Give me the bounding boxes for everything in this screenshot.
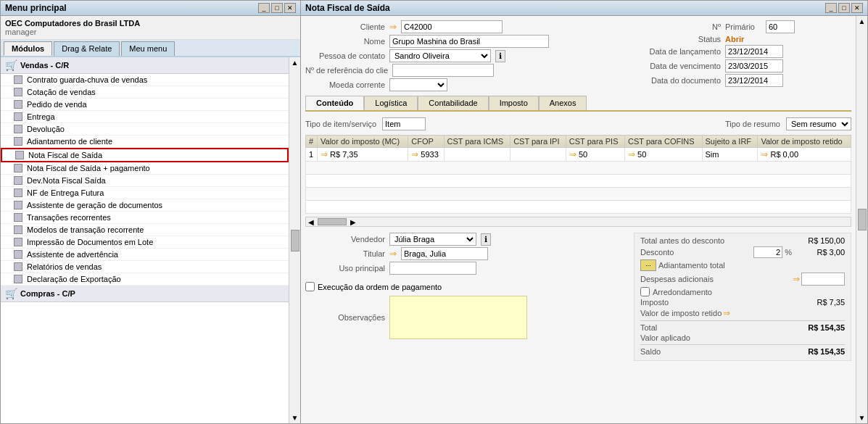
nome-label: Nome xyxy=(305,37,385,46)
menu-item-contrato[interactable]: Contrato guarda-chuva de vendas xyxy=(1,74,289,86)
menu-item-transacoes[interactable]: Transações recorrentes xyxy=(1,212,289,224)
menu-item-impressao[interactable]: Impressão de Documentos em Lote xyxy=(1,236,289,249)
vendedor-select[interactable]: Júlia Braga xyxy=(389,233,476,246)
company-name: OEC Computadores do Brasil LTDA xyxy=(5,19,296,28)
right-scroll-down[interactable]: ▼ xyxy=(859,414,866,422)
despesas-value[interactable] xyxy=(801,273,845,286)
table-hscrollbar[interactable]: ◀ ▶ xyxy=(305,217,851,227)
ref-value[interactable] xyxy=(392,64,494,77)
total-antes-label: Total antes do desconto xyxy=(640,236,724,245)
scrollbar-thumb[interactable] xyxy=(291,230,299,252)
status-row: Status Abrir xyxy=(641,35,851,43)
total-antes-value: R$ 150,00 xyxy=(794,236,845,245)
vendedor-info-button[interactable]: ℹ xyxy=(481,233,491,246)
saldo-row: Saldo R$ 154,35 xyxy=(640,347,845,356)
maximize-button[interactable]: □ xyxy=(271,3,283,13)
tab-imposto[interactable]: Imposto xyxy=(489,96,539,110)
minimize-button[interactable]: _ xyxy=(258,3,270,13)
table-row-empty xyxy=(306,162,851,175)
menu-item-notafiscalpag[interactable]: Nota Fiscal de Saída + pagamento xyxy=(1,162,289,175)
menu-item-relatorios[interactable]: Relatórios de vendas xyxy=(1,261,289,273)
menu-item-nfentrega[interactable]: NF de Entrega Futura xyxy=(1,187,289,199)
menu-item-assistadv[interactable]: Assistente de advertência xyxy=(1,249,289,261)
left-title: Menu principal xyxy=(5,3,67,13)
cliente-value[interactable]: C42000 xyxy=(401,20,503,33)
cell-cst-ipi xyxy=(511,148,566,162)
titular-value[interactable]: Braga, Julia xyxy=(401,247,488,260)
arredondamento-check-row: Arredondamento xyxy=(640,287,712,296)
execucao-row: Execução da ordem de pagamento xyxy=(305,282,627,291)
imposto-row: Imposto R$ 7,35 xyxy=(640,298,845,307)
menu-item-devolucao[interactable]: Devolução xyxy=(1,123,289,136)
vencimento-value[interactable]: 23/03/2015 xyxy=(725,59,783,72)
right-minimize-button[interactable]: _ xyxy=(825,3,837,13)
adiantamento-button[interactable]: ··· xyxy=(640,259,656,271)
total-antes-row: Total antes do desconto R$ 150,00 xyxy=(640,236,845,245)
cell-num: 1 xyxy=(306,148,318,162)
pessoa-select[interactable]: Sandro Oliveira xyxy=(389,49,491,62)
hscroll-left[interactable]: ◀ xyxy=(306,218,316,226)
hscroll-thumb[interactable] xyxy=(318,218,347,225)
close-button[interactable]: ✕ xyxy=(284,3,296,13)
menu-item-notafiscal[interactable]: Nota Fiscal de Saída xyxy=(1,148,289,162)
item-label-pedido: Pedido de venda xyxy=(27,100,87,109)
arredondamento-checkbox[interactable] xyxy=(640,287,650,296)
menu-item-cotacao[interactable]: Cotação de vendas xyxy=(1,86,289,99)
execucao-checkbox[interactable] xyxy=(305,282,315,291)
menu-item-pedido[interactable]: Pedido de venda xyxy=(1,99,289,111)
right-maximize-button[interactable]: □ xyxy=(838,3,850,13)
moeda-label: Moeda corrente xyxy=(305,80,385,89)
desconto-input[interactable] xyxy=(753,246,782,258)
moeda-select[interactable] xyxy=(389,78,447,91)
menu-item-adiantamento[interactable]: Adiantamento de cliente xyxy=(1,136,289,148)
vencimento-row: Data de vencimento 23/03/2015 xyxy=(641,59,851,72)
uso-value[interactable] xyxy=(389,262,476,275)
right-close-button[interactable]: ✕ xyxy=(851,3,863,13)
col-cst-pis: CST para PIS xyxy=(566,136,624,148)
item-icon xyxy=(14,238,22,246)
tab-modulos[interactable]: Módulos xyxy=(4,41,52,56)
item-label-relatorios: Relatórios de vendas xyxy=(27,262,102,271)
right-content: Cliente ⇒ C42000 Nome Grupo Mashina do B… xyxy=(301,16,856,423)
scrollbar-down-button[interactable]: ▼ xyxy=(292,414,299,422)
row-arrow: ⇒ xyxy=(321,149,328,159)
tab-logistica[interactable]: Logística xyxy=(364,96,418,110)
item-icon xyxy=(14,275,22,283)
primario-label: Primário xyxy=(725,22,761,31)
nome-value[interactable]: Grupo Mashina do Brasil xyxy=(389,35,549,48)
tab-conteudo[interactable]: Conteúdo xyxy=(305,96,364,110)
table-row[interactable]: 1 ⇒ R$ 7,35 ⇒ 5933 xyxy=(306,148,851,162)
saldo-label: Saldo xyxy=(640,347,661,356)
tab-meumenu[interactable]: Meu menu xyxy=(121,41,175,56)
vendedor-label: Vendedor xyxy=(305,235,385,244)
tab-anexos[interactable]: Anexos xyxy=(539,96,587,110)
tab-drag[interactable]: Drag & Relate xyxy=(54,41,120,56)
desconto-row: Desconto % R$ 3,00 xyxy=(640,246,845,258)
vendas-icon: 🛒 xyxy=(5,59,17,71)
documento-value[interactable]: 23/12/2014 xyxy=(725,74,783,87)
observacoes-textarea[interactable] xyxy=(389,296,527,339)
menu-item-assistente[interactable]: Assistente de geração de documentos xyxy=(1,199,289,212)
hscroll-right[interactable]: ▶ xyxy=(348,218,358,226)
item-label-assistadv: Assistente de advertência xyxy=(27,250,118,259)
menu-item-modelos[interactable]: Modelos de transação recorrente xyxy=(1,224,289,236)
no-value[interactable]: 60 xyxy=(766,20,795,33)
right-scroll-thumb[interactable] xyxy=(858,209,867,230)
menu-item-declaracao[interactable]: Declaração de Exportação xyxy=(1,273,289,286)
lancamento-value[interactable]: 23/12/2014 xyxy=(725,45,783,58)
valor-aplicado-row: Valor aplicado xyxy=(640,333,845,342)
menu-item-devnota[interactable]: Dev.Nota Fiscal Saída xyxy=(1,175,289,187)
scrollbar-up-button[interactable]: ▲ xyxy=(292,59,299,67)
arredondamento-label: Arredondamento xyxy=(653,288,712,296)
tipo-value[interactable]: Item xyxy=(382,117,426,130)
total-value: R$ 154,35 xyxy=(794,323,845,332)
pessoa-info-button[interactable]: ℹ xyxy=(495,50,505,62)
right-scroll-up[interactable]: ▲ xyxy=(859,17,866,25)
total-label: Total xyxy=(640,323,657,332)
tab-contabilidade[interactable]: Contabilidade xyxy=(418,96,488,110)
cell-valor: ⇒ R$ 7,35 xyxy=(318,148,408,162)
valor-aplicado-label: Valor aplicado xyxy=(640,333,690,342)
menu-item-entrega[interactable]: Entrega xyxy=(1,111,289,123)
tipo-resumo-select[interactable]: Sem resumo xyxy=(786,117,851,130)
left-tabs-bar: Módulos Drag & Relate Meu menu xyxy=(1,40,300,57)
